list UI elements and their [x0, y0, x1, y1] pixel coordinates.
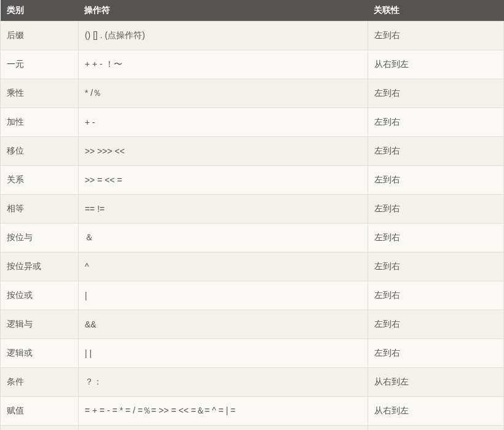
cell-category: 加性	[1, 108, 79, 137]
cell-operator: &&	[78, 310, 368, 339]
cell-associativity: 左到右	[368, 426, 503, 431]
table-row: 赋值= + = - = * = / =％= >> = << =＆= ^ = | …	[1, 397, 504, 426]
col-category: 类别	[1, 0, 79, 22]
cell-category: 按位异或	[1, 252, 79, 281]
cell-associativity: 左到右	[368, 108, 503, 137]
col-associativity: 关联性	[368, 0, 503, 22]
cell-operator: ？：	[78, 368, 368, 397]
cell-associativity: 从右到左	[368, 368, 503, 397]
table-row: 逻辑与&&左到右	[1, 310, 504, 339]
cell-category: 按位或	[1, 281, 79, 310]
cell-associativity: 左到右	[368, 224, 503, 252]
table-row: 逗号，左到右	[1, 426, 504, 431]
cell-operator: () [] . (点操作符)	[78, 22, 368, 50]
cell-operator: ^	[78, 252, 368, 281]
cell-operator: ＆	[78, 224, 368, 252]
table-row: 乘性* /％左到右	[1, 79, 504, 108]
cell-category: 移位	[1, 137, 79, 166]
cell-operator: >> = << =	[78, 166, 368, 195]
cell-category: 相等	[1, 195, 79, 224]
cell-associativity: 左到右	[368, 310, 503, 339]
cell-category: 按位与	[1, 224, 79, 252]
cell-associativity: 左到右	[368, 166, 503, 195]
cell-associativity: 左到右	[368, 339, 503, 368]
table-header-row: 类别 操作符 关联性	[1, 0, 504, 22]
table-row: 一元+ + - ！〜从右到左	[1, 50, 504, 79]
cell-category: 条件	[1, 368, 79, 397]
cell-associativity: 左到右	[368, 22, 503, 50]
table-row: 按位异或^左到右	[1, 252, 504, 281]
cell-category: 后缀	[1, 22, 79, 50]
cell-associativity: 从右到左	[368, 397, 503, 426]
cell-associativity: 左到右	[368, 195, 503, 224]
table-row: 条件？：从右到左	[1, 368, 504, 397]
table-row: 后缀() [] . (点操作符)左到右	[1, 22, 504, 50]
table-row: 移位>> >>> <<左到右	[1, 137, 504, 166]
table-row: 按位与＆左到右	[1, 224, 504, 252]
cell-category: 赋值	[1, 397, 79, 426]
cell-associativity: 从右到左	[368, 50, 503, 79]
cell-operator: | |	[78, 339, 368, 368]
table-row: 逻辑或| |左到右	[1, 339, 504, 368]
cell-operator: == !=	[78, 195, 368, 224]
cell-associativity: 左到右	[368, 252, 503, 281]
cell-operator: ，	[78, 426, 368, 431]
table-body: 后缀() [] . (点操作符)左到右一元+ + - ！〜从右到左乘性* /％左…	[1, 22, 504, 431]
cell-operator: = + = - = * = / =％= >> = << =＆= ^ = | =	[78, 397, 368, 426]
cell-category: 逻辑或	[1, 339, 79, 368]
table-row: 相等== !=左到右	[1, 195, 504, 224]
table-row: 加性+ -左到右	[1, 108, 504, 137]
cell-category: 逻辑与	[1, 310, 79, 339]
cell-category: 乘性	[1, 79, 79, 108]
table-row: 按位或|左到右	[1, 281, 504, 310]
cell-operator: |	[78, 281, 368, 310]
table-row: 关系>> = << =左到右	[1, 166, 504, 195]
cell-associativity: 左到右	[368, 79, 503, 108]
col-operator: 操作符	[78, 0, 368, 22]
cell-associativity: 左到右	[368, 281, 503, 310]
cell-operator: + + - ！〜	[78, 50, 368, 79]
cell-category: 一元	[1, 50, 79, 79]
cell-category: 关系	[1, 166, 79, 195]
cell-operator: * /％	[78, 79, 368, 108]
cell-operator: >> >>> <<	[78, 137, 368, 166]
cell-category: 逗号	[1, 426, 79, 431]
cell-associativity: 左到右	[368, 137, 503, 166]
operator-precedence-table: 类别 操作符 关联性 后缀() [] . (点操作符)左到右一元+ + - ！〜…	[0, 0, 504, 430]
cell-operator: + -	[78, 108, 368, 137]
